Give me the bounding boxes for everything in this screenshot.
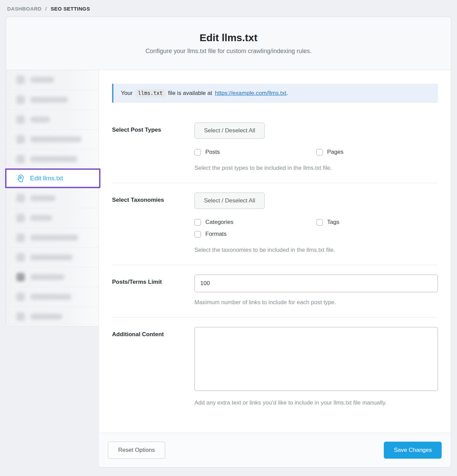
settings-sidebar: Edit llms.txt — [6, 70, 98, 326]
sidebar-item-blurred[interactable] — [6, 247, 98, 267]
posts-checkbox-label: Posts — [205, 149, 220, 155]
formats-checkbox[interactable] — [194, 231, 201, 237]
banner-text-before: Your — [121, 90, 132, 97]
checkbox-categories[interactable]: Categories — [194, 219, 316, 226]
menu-icon-placeholder — [16, 214, 25, 222]
tags-checkbox[interactable] — [316, 219, 323, 226]
posts-terms-limit-input[interactable] — [194, 275, 438, 292]
additional-content-label: Additional Content — [112, 327, 194, 406]
sidebar-item-blurred[interactable] — [6, 70, 98, 90]
menu-label-placeholder — [30, 195, 56, 201]
sidebar-item-blurred[interactable] — [6, 149, 98, 169]
menu-icon-placeholder — [16, 312, 25, 321]
limit-label: Posts/Terms Limit — [112, 275, 194, 306]
menu-icon-placeholder — [16, 233, 25, 242]
breadcrumb-seo-settings: SEO SETTINGS — [51, 6, 90, 12]
menu-icon-placeholder — [16, 115, 25, 124]
limit-help-text: Maximum number of links to include for e… — [194, 299, 438, 306]
form-row-taxonomies: Select Taxonomies Select / Deselect All … — [112, 183, 438, 265]
sidebar-item-edit-llms-txt[interactable]: Edit llms.txt — [5, 168, 100, 188]
sidebar-item-blurred[interactable] — [6, 129, 98, 149]
additional-content-help-text: Add any extra text or links you'd like t… — [194, 399, 438, 406]
menu-label-placeholder — [30, 77, 54, 83]
posts-checkbox[interactable] — [194, 149, 201, 155]
post-types-select-deselect-all-button[interactable]: Select / Deselect All — [194, 122, 265, 139]
banner-text-after: . — [286, 90, 288, 96]
menu-label-placeholder — [30, 215, 52, 221]
sidebar-item-blurred[interactable] — [6, 208, 98, 228]
menu-label-placeholder — [30, 117, 50, 122]
form-row-post-types: Select Post Types Select / Deselect All … — [112, 113, 438, 183]
sidebar-item-label: Edit llms.txt — [30, 175, 63, 182]
card-body: Edit llms.txt — [6, 70, 451, 467]
save-changes-button[interactable]: Save Changes — [384, 442, 442, 459]
menu-label-placeholder — [30, 294, 71, 300]
sidebar-item-blurred[interactable] — [6, 228, 98, 247]
breadcrumb: DASHBOARD / SEO SETTINGS — [0, 0, 457, 17]
pages-checkbox-label: Pages — [327, 149, 344, 155]
menu-icon-placeholder — [16, 135, 25, 144]
post-types-label: Select Post Types — [112, 122, 194, 171]
page-subtitle: Configure your llms.txt file for custom … — [145, 48, 312, 55]
sidebar-item-blurred[interactable] — [6, 90, 98, 110]
sidebar-item-blurred[interactable] — [6, 188, 98, 208]
banner-text-middle: file is available at — [168, 90, 212, 97]
menu-label-placeholder — [30, 274, 64, 280]
form-row-additional-content: Additional Content Add any extra text or… — [112, 317, 438, 417]
llms-file-info-banner: Your llms.txt file is available at https… — [112, 84, 438, 103]
page-title: Edit llms.txt — [200, 32, 257, 44]
menu-icon-placeholder — [16, 96, 25, 104]
checkbox-pages[interactable]: Pages — [316, 149, 438, 155]
post-types-help-text: Select the post types to be included in … — [194, 165, 438, 171]
taxonomies-help-text: Select the taxonomies to be included in … — [194, 247, 438, 253]
ai-head-gear-icon — [16, 174, 25, 183]
settings-panel: Your llms.txt file is available at https… — [98, 70, 451, 467]
categories-checkbox-label: Categories — [205, 219, 233, 226]
menu-icon-placeholder — [16, 253, 25, 262]
menu-icon-placeholder — [16, 155, 25, 163]
llms-file-link[interactable]: https://example.com/llms.txt — [215, 90, 286, 96]
sidebar-item-blurred[interactable] — [6, 110, 98, 129]
taxonomies-select-deselect-all-button[interactable]: Select / Deselect All — [194, 193, 265, 209]
categories-checkbox[interactable] — [194, 219, 201, 226]
menu-label-placeholder — [30, 156, 77, 162]
checkbox-tags[interactable]: Tags — [316, 219, 438, 226]
form-row-limit: Posts/Terms Limit Maximum number of link… — [112, 265, 438, 317]
menu-label-placeholder — [30, 235, 78, 241]
checkbox-posts[interactable]: Posts — [194, 149, 316, 155]
menu-label-placeholder — [30, 314, 62, 319]
sidebar-item-blurred[interactable] — [6, 307, 98, 326]
tags-checkbox-label: Tags — [327, 219, 340, 226]
menu-label-placeholder — [30, 97, 68, 103]
llms-filename-code: llms.txt — [135, 89, 165, 97]
breadcrumb-dashboard[interactable]: DASHBOARD — [7, 6, 42, 12]
menu-icon-placeholder — [16, 194, 25, 202]
checkbox-formats[interactable]: Formats — [194, 231, 316, 237]
menu-icon-placeholder — [16, 76, 25, 84]
form-footer: Reset Options Save Changes — [99, 433, 451, 467]
sidebar-item-blurred[interactable] — [6, 267, 98, 287]
menu-label-placeholder — [30, 255, 73, 260]
menu-icon-placeholder — [16, 293, 25, 301]
additional-content-textarea[interactable] — [194, 327, 438, 391]
reset-options-button[interactable]: Reset Options — [108, 442, 165, 459]
breadcrumb-separator: / — [45, 6, 47, 12]
sidebar-item-blurred[interactable] — [6, 287, 98, 307]
menu-label-placeholder — [30, 136, 81, 142]
page-header: Edit llms.txt Configure your llms.txt fi… — [6, 17, 451, 70]
pages-checkbox[interactable] — [316, 149, 323, 155]
formats-checkbox-label: Formats — [205, 231, 226, 237]
menu-icon-placeholder — [16, 273, 25, 281]
taxonomies-label: Select Taxonomies — [112, 193, 194, 253]
